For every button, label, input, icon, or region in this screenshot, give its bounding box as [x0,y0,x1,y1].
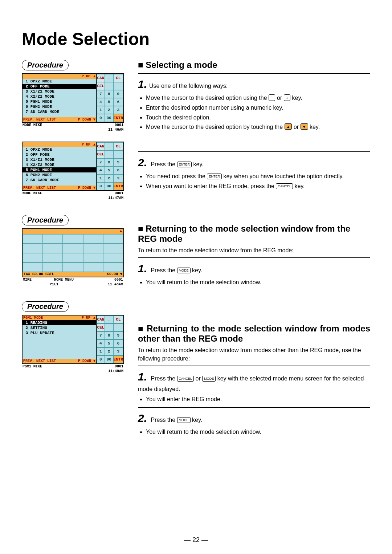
s1-b6: When you want to enter the REG mode, pre… [146,182,370,191]
s3-lead: To return to the mode selection window f… [138,346,370,363]
page-number: — 22 — [0,536,392,544]
cancel-key-icon: CANCEL [177,376,194,382]
s1-b5: You need not press the ENTER key when yo… [146,172,370,181]
s2-lead: To return to the mode selection window f… [138,246,370,254]
procedure-label-3: Procedure [22,301,69,312]
section-heading-selecting: Selecting a mode [138,60,370,70]
cancel-key-icon: CANCEL [276,183,293,189]
s1-b1: Move the cursor to the desired option us… [146,94,370,103]
procedure-label-2: Procedure [22,215,69,225]
s1-b3: Touch the desired option. [146,113,370,122]
tri-up-key-icon: ▲ [285,123,292,130]
mode-key-icon: MODE [177,417,191,423]
tri-down-key-icon: ▼ [301,123,308,130]
screenshot-pgm1-menu: PGM1 MODE P UP ▲ 1 READING 2 SETTING 3 P… [22,315,124,374]
screenshot-reg-screen: ▲ TAX S0.00 SBTLS0.00 ▼ MIKEHOME MENU000… [22,228,124,287]
down-key-icon: ↓ [284,94,291,101]
mode-key-icon: MODE [202,376,216,382]
s1-b2: Enter the desired option number using a … [146,103,370,113]
section-heading-return-other: Returning to the mode selection window f… [138,323,370,344]
page-title: Mode Selection [22,29,370,49]
screenshot-mode-list-off: P UP ▲ 1 OPXZ MODE 2 OFF MODE 3 X1/Z1 MO… [22,73,124,132]
procedure-label-1: Procedure [22,60,69,70]
s3-b2: You will return to the mode selection wi… [146,428,370,437]
up-key-icon: ↑ [269,94,275,101]
enter-key-icon: ENTER [207,174,222,179]
s1-b4: Move the cursor to the desired option by… [146,123,370,132]
section-heading-return-reg: Returning to the mode selection window f… [138,224,370,244]
s1-step1-lead: Use one of the following ways: [149,83,228,89]
enter-key-icon: ENTER [177,162,192,167]
screenshot-mode-list-pgm1: P UP ▲ 1 OPXZ MODE 2 OFF MODE 3 X1/Z1 MO… [22,142,124,200]
s2-b1: You will return to the mode selection wi… [146,278,370,287]
mode-key-icon: MODE [177,268,191,273]
s3-b1: You will enter the REG mode. [146,395,370,404]
